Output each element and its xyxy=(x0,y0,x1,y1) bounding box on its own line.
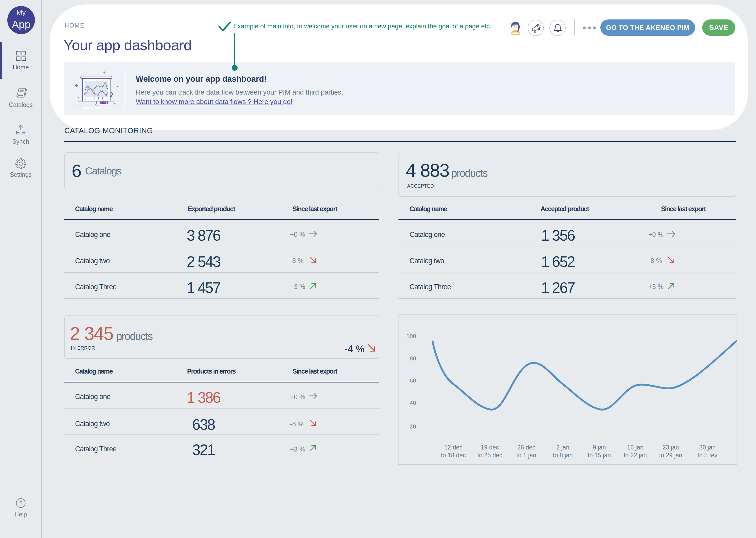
svg-text:?: ? xyxy=(19,500,22,507)
